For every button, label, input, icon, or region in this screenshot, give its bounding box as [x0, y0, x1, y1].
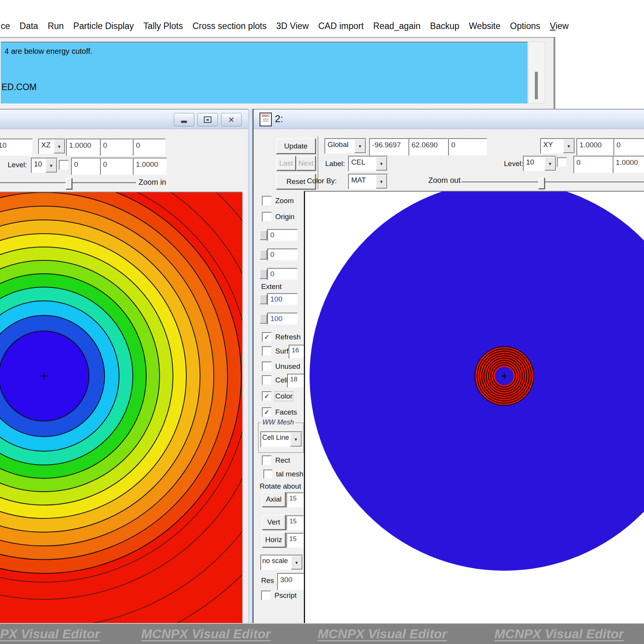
w2-level-value: 10 [524, 157, 544, 171]
w2-zoom-slider-thumb[interactable] [538, 178, 545, 189]
dropdown-arrow-icon[interactable] [53, 139, 65, 153]
menu-item-data[interactable]: Data [19, 21, 38, 31]
w1-a-field[interactable]: 0 [71, 158, 100, 175]
last-button[interactable]: Last [276, 156, 296, 171]
zoom-checkbox[interactable]: Zoom [262, 196, 294, 206]
ww-mesh-dropdown[interactable]: Cell Line [260, 431, 302, 447]
w2-row2-checkbox[interactable] [557, 157, 567, 167]
dropdown-arrow-icon[interactable] [291, 555, 302, 570]
menu-item-backup[interactable]: Backup [430, 21, 460, 31]
surf-checkbox[interactable]: Surf [262, 346, 289, 356]
horiz-button[interactable]: Horiz [262, 532, 286, 547]
spinner-value[interactable]: 0 [267, 268, 298, 280]
extent-x-spinner[interactable]: 100 [260, 293, 298, 305]
menu-item-read-again[interactable]: Read_again [373, 21, 421, 31]
maximize-button[interactable] [197, 113, 218, 126]
spinner-handle[interactable] [260, 314, 267, 324]
menu-item-options[interactable]: Options [510, 21, 540, 31]
w2-zoom-slider-track[interactable] [462, 181, 644, 183]
origin-x-field[interactable]: -96.9697 [369, 138, 409, 156]
menu-item-particle-display[interactable]: Particle Display [73, 21, 134, 31]
w1-y-field[interactable]: 0 [133, 139, 166, 156]
dropdown-arrow-icon[interactable] [376, 157, 387, 171]
dropdown-arrow-icon[interactable] [354, 139, 366, 153]
spinner-value[interactable]: 0 [267, 249, 298, 261]
output-message-area[interactable]: 4 are below energy cutoff. ED.COM [1, 42, 528, 103]
mode-dropdown[interactable]: Global [324, 138, 366, 154]
w1-basis-field[interactable]: 10 [0, 139, 33, 156]
message-scrollbar[interactable] [528, 42, 545, 103]
menu-item-website[interactable]: Website [469, 21, 500, 31]
origin-y-field[interactable]: 62.0690 [408, 138, 448, 156]
extent-y-spinner[interactable]: 100 [260, 313, 298, 325]
w2-extra-field[interactable]: 0 [613, 138, 644, 156]
spinner-value[interactable]: 100 [267, 293, 298, 305]
minimize-button[interactable] [174, 113, 194, 126]
w1-zoom-field[interactable]: 1.0000 [66, 139, 100, 156]
tal-mesh-checkbox[interactable]: tal mesh [263, 470, 303, 479]
geometry-plot-right[interactable] [304, 191, 644, 624]
menu-item-tally-plots[interactable]: Tally Plots [144, 21, 183, 31]
w2-a-field[interactable]: 0 [573, 156, 615, 173]
window1-titlebar[interactable] [0, 109, 248, 129]
dropdown-arrow-icon[interactable] [45, 158, 57, 173]
w2-b-field[interactable]: 1.0000 [613, 156, 644, 173]
menu-item-cad-import[interactable]: CAD import [318, 21, 364, 31]
output-message-window: 4 are below energy cutoff. ED.COM [0, 37, 555, 110]
color-checkbox[interactable]: ✓ Color [262, 391, 292, 401]
spinner-handle[interactable] [260, 230, 267, 240]
update-button[interactable]: Update [276, 138, 316, 154]
spinner-value[interactable]: 0 [267, 229, 298, 241]
rect-checkbox[interactable]: Rect [262, 455, 290, 465]
scale-dropdown[interactable]: no scale [260, 555, 303, 570]
dropdown-arrow-icon[interactable] [563, 139, 575, 153]
w1-plane-dropdown[interactable]: XZ [38, 139, 66, 154]
unused-checkbox[interactable]: Unused [262, 362, 300, 371]
geometry-plot-left[interactable] [0, 192, 242, 623]
w1-row2-checkbox[interactable] [59, 160, 69, 170]
label-dropdown[interactable]: CEL [348, 156, 388, 171]
w1-c-field[interactable]: 1.0000 [133, 158, 167, 175]
dropdown-arrow-icon[interactable] [544, 157, 556, 171]
origin-y-spinner[interactable]: 0 [260, 249, 298, 261]
vert-angle-field[interactable]: 15 [286, 515, 304, 531]
facets-checkbox[interactable]: ✓ Facets [262, 407, 297, 417]
w1-b-field[interactable]: 0 [100, 158, 133, 175]
pscript-checkbox[interactable]: Pscript [261, 591, 297, 600]
menu-item-3d-view[interactable]: 3D View [276, 21, 308, 31]
spinner-handle[interactable] [260, 250, 267, 260]
scrollbar-thumb[interactable] [535, 72, 538, 99]
w2-zoom-field[interactable]: 1.0000 [576, 138, 615, 156]
origin-x-spinner[interactable]: 0 [260, 229, 298, 241]
w2-plane-dropdown[interactable]: XY [540, 138, 575, 154]
cell-number-field[interactable]: 18 [287, 374, 306, 388]
menu-item-run[interactable]: Run [48, 21, 64, 31]
origin-z-field[interactable]: 0 [448, 138, 487, 156]
color-by-dropdown[interactable]: MAT [348, 174, 388, 189]
vert-button[interactable]: Vert [262, 515, 286, 530]
w1-x-field[interactable]: 0 [100, 139, 133, 156]
axial-button[interactable]: Axial [262, 492, 286, 507]
mode-value: Global [325, 139, 354, 153]
refresh-checkbox[interactable]: ✓ Refresh [262, 332, 301, 342]
spinner-handle[interactable] [260, 294, 267, 304]
w2-level-dropdown[interactable]: 10 [523, 156, 557, 171]
spinner-handle[interactable] [260, 269, 267, 279]
next-button[interactable]: Next [296, 156, 316, 171]
res-field[interactable]: 300 [277, 573, 305, 590]
close-button[interactable] [221, 113, 242, 126]
w1-level-dropdown[interactable]: 10 [31, 158, 58, 173]
menu-item-view[interactable]: View [550, 21, 568, 31]
origin-z-spinner[interactable]: 0 [260, 268, 298, 280]
window2-titlebar[interactable]: DOC 2: [253, 109, 644, 129]
axial-angle-field[interactable]: 15 [286, 492, 304, 508]
spinner-value[interactable]: 100 [267, 313, 298, 325]
menu-item-clipped[interactable]: ce [1, 21, 10, 31]
cell-checkbox[interactable]: Cell [262, 375, 288, 385]
w1-zoom-slider-thumb[interactable] [66, 178, 72, 189]
menu-item-cross-section-plots[interactable]: Cross section plots [192, 21, 266, 31]
dropdown-arrow-icon[interactable] [376, 174, 387, 189]
origin-checkbox[interactable]: Origin [262, 212, 295, 222]
horiz-angle-field[interactable]: 15 [286, 533, 304, 548]
dropdown-arrow-icon[interactable] [290, 432, 302, 447]
